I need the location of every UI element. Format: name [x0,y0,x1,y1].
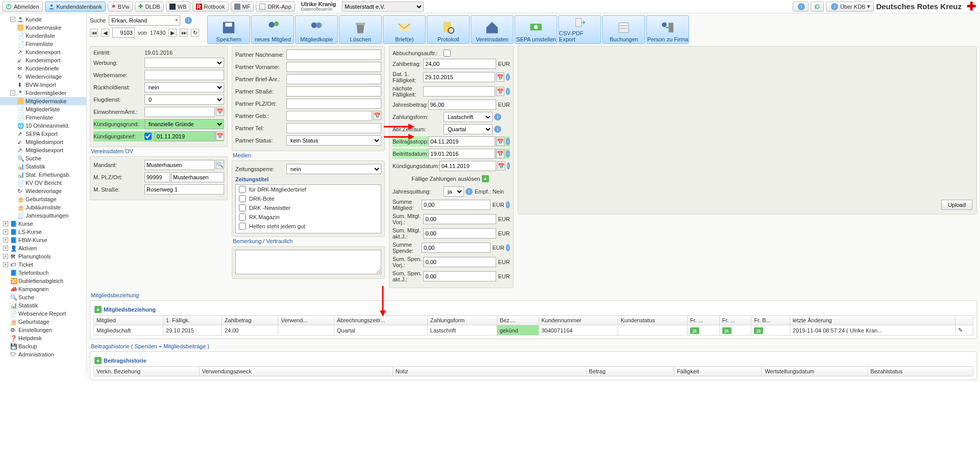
table-row[interactable]: Mitgliedschaft29.10.201524.00QuartalLast… [94,325,973,336]
tree-item[interactable]: 📄Kundenliste [0,32,86,40]
person-to-company-button[interactable]: Person zu Firma [646,15,689,44]
nf-input[interactable] [423,86,495,97]
logout-button[interactable]: Abmelden [2,2,43,12]
tree-item[interactable]: ✉Kundenbriefe [0,64,86,73]
th[interactable]: Notiz [393,367,586,376]
tree-item[interactable]: 🔀Dublettenabgleich [0,277,86,285]
d1-input[interactable] [423,72,495,82]
th[interactable]: Verwendungszweck [199,367,393,376]
expand-icon[interactable]: + [3,254,8,259]
tree-item[interactable]: +🛠Planungtools [0,252,86,260]
tree-item[interactable]: 📄Webservice Report [0,310,86,318]
dldb-tab[interactable]: ✚DLDB [135,2,163,12]
expand-icon[interactable]: + [3,246,8,251]
sepa-button[interactable]: SEPA umstellen [514,15,557,44]
tree-item[interactable]: 📊Stat. Erhebungsb. [0,171,86,179]
check[interactable] [239,186,246,193]
ptel-input[interactable] [286,123,381,133]
pstat-select[interactable]: kein Status [286,135,381,146]
refresh-button[interactable] [811,2,824,12]
th[interactable]: Verwend... [278,316,334,325]
upload-button[interactable]: Upload [941,200,972,210]
kbrief-date[interactable] [155,131,215,141]
expand-icon[interactable]: + [3,237,8,243]
werber-input[interactable] [144,70,224,80]
edit-icon[interactable]: ✎ [958,327,963,333]
th[interactable]: Wertstellungsdatum [762,367,868,376]
refresh-button[interactable]: ↻ [191,29,199,37]
record-input[interactable] [112,28,135,38]
export-button[interactable]: CSV-PDF Export [558,15,601,44]
rueck-select[interactable]: nein [144,82,224,92]
th[interactable]: Kundenstatus [618,316,687,325]
tree-item[interactable]: ↗Mitgliedsexport [0,146,86,154]
abuch-check[interactable] [444,50,451,57]
tree-item[interactable]: +🏷Ticket [0,260,86,269]
th[interactable]: Fr. ... [688,316,720,325]
check[interactable] [239,223,246,230]
tree-item[interactable]: 🔍Suche [0,293,86,301]
tree-item[interactable]: 🛡Administration [0,350,86,359]
pnach-input[interactable] [286,50,381,60]
calendar-icon[interactable]: 📅 [373,111,381,120]
calendar-icon[interactable]: 📅 [496,87,504,96]
save-button[interactable]: Speichern [207,15,250,44]
about-button[interactable]: iÜber KDB▾ [826,2,874,12]
einw-input[interactable] [144,107,215,117]
tree-item[interactable]: ⚙Einstellungen [0,326,86,334]
check[interactable] [239,204,246,211]
bs-input[interactable] [428,136,495,147]
add-icon[interactable]: + [94,357,102,364]
tree-item[interactable]: 🌐10 Onlineanmeld. [0,122,86,130]
tree-item[interactable]: ❓Helpdesk [0,334,86,342]
bd-input[interactable] [428,149,495,159]
tree-item[interactable]: ↻Wiedervorlage [0,187,86,195]
tree-item[interactable]: 📄Firmenliste [0,113,86,122]
tree-item[interactable]: +📘LS-Kurse [0,228,86,236]
plz-input[interactable] [144,172,170,182]
th[interactable]: Fr. B... [751,316,790,325]
th[interactable]: Bezahlstatus [868,367,973,376]
th[interactable]: Betrag [586,367,674,376]
tree-item[interactable]: 📊Statistik [0,162,86,171]
list-item[interactable]: Helfen steht jedem gut [236,222,381,231]
th[interactable]: letzte Änderung [790,316,955,325]
zf-select[interactable]: Lastschrift [444,112,493,122]
info-icon[interactable]: i [465,188,473,195]
tree-item[interactable]: +📘Kurse [0,220,86,228]
tree-item[interactable]: ↗SEPA Export [0,130,86,138]
protocol-button[interactable]: Protokoll [427,15,470,44]
list-item[interactable]: für DRK-Mitgliederbrief [236,185,381,194]
th[interactable]: Zahlbetrag [222,316,278,325]
org-data-button[interactable]: Vereinsdaten [471,15,513,44]
tree-item[interactable]: 🎂Jubiläumsliste [0,203,86,211]
tree-item[interactable]: Kundenmaske [0,23,86,32]
th[interactable]: Verkn. Beziehung [94,367,200,376]
kd-input[interactable] [439,161,496,171]
magazine-list[interactable]: für DRK-Mitgliederbrief DRK-Bote DRK -Ne… [235,184,381,233]
th[interactable]: Kundennummer [538,316,618,325]
check[interactable] [239,213,246,221]
th[interactable]: Fr. ... [719,316,751,325]
expand-icon[interactable]: + [3,229,8,234]
th[interactable]: Abrechnungszeitr... [334,316,427,325]
tree-foerder[interactable]: −Fördermitglieder [0,89,86,97]
calendar-icon[interactable]: 📅 [496,149,504,158]
info-icon[interactable]: i [506,244,510,251]
info-icon[interactable]: i [494,126,501,133]
first-button[interactable]: ⏮ [90,29,98,37]
tree-item[interactable]: 📄Mitgliederliste [0,105,86,113]
tree-item[interactable]: +📘FBW-Kurse [0,236,86,244]
org-select[interactable]: Musterstadt e.V. [342,2,424,12]
tree-item[interactable]: +👤Aktiven [0,244,86,252]
drkapp-tab[interactable]: DRK-App [256,2,295,12]
letters-button[interactable]: Brief(e) [383,15,426,44]
calendar-icon[interactable]: 📅 [496,73,504,82]
tree-kunde[interactable]: −Kunde [0,15,86,23]
bookings-button[interactable]: Buchungen [602,15,645,44]
tree-item[interactable]: ↙Kundenimport [0,56,86,64]
tree-item[interactable]: 💾Backup [0,342,86,350]
tree-item-mitgliedermaske[interactable]: Mitgliedermaske [0,97,86,105]
info-icon[interactable]: i [506,74,510,81]
flug-select[interactable]: 0 [144,94,224,105]
